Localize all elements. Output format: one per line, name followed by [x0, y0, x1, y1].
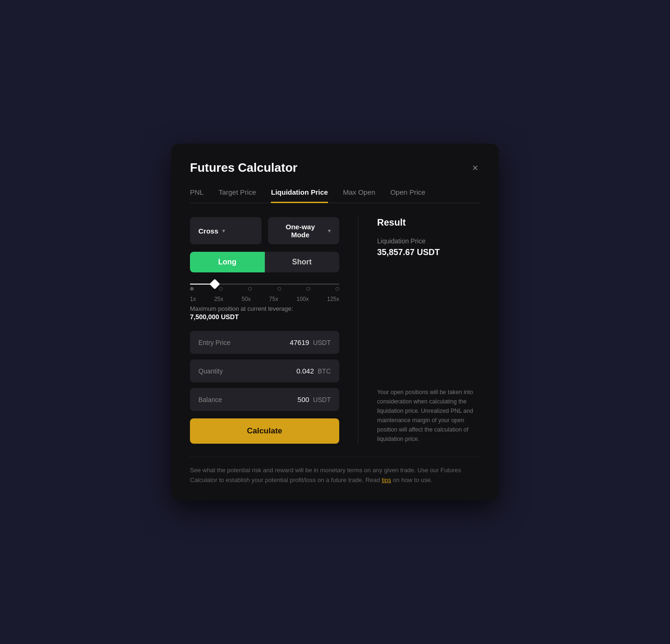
- long-button[interactable]: Long: [190, 252, 265, 272]
- leverage-section: 1x 25x 50x 75x 100x 125x Maximum positio…: [190, 284, 339, 321]
- leverage-dot-25x: [219, 287, 223, 291]
- result-row: Liquidation Price 35,857.67 USDT: [377, 237, 480, 257]
- tab-liquidation-price[interactable]: Liquidation Price: [271, 188, 328, 203]
- result-note: Your open positions will be taken into c…: [377, 388, 480, 444]
- tips-link[interactable]: tips: [382, 476, 391, 483]
- leverage-slider-wrap: [190, 284, 339, 291]
- quantity-unit: BTC: [318, 367, 331, 375]
- quantity-label: Quantity: [198, 367, 223, 375]
- chevron-down-icon: ▾: [328, 228, 331, 234]
- tab-target-price[interactable]: Target Price: [218, 188, 256, 203]
- balance-unit: USDT: [313, 396, 331, 403]
- tab-bar: PNL Target Price Liquidation Price Max O…: [190, 188, 480, 203]
- liquidation-price-value: 35,857.67 USDT: [377, 248, 480, 257]
- right-panel: Result Liquidation Price 35,857.67 USDT …: [377, 217, 480, 444]
- entry-price-value-row: USDT: [272, 338, 331, 346]
- max-position-label: Maximum position at current leverage:: [190, 305, 339, 312]
- vertical-divider: [358, 217, 358, 444]
- leverage-track: [190, 284, 339, 285]
- max-position-value: 7,500,000 USDT: [190, 313, 339, 321]
- close-button[interactable]: ×: [470, 161, 480, 175]
- result-title: Result: [377, 217, 480, 228]
- entry-price-label: Entry Price: [198, 339, 230, 346]
- modal-title: Futures Calculator: [190, 161, 298, 175]
- entry-price-field: Entry Price USDT: [190, 331, 339, 354]
- leverage-dot-50x: [248, 287, 252, 291]
- dropdowns-row: Cross ▾ One-way Mode ▾: [190, 217, 339, 244]
- balance-label: Balance: [198, 396, 222, 403]
- position-mode-dropdown[interactable]: One-way Mode ▾: [268, 217, 340, 244]
- futures-calculator-modal: Futures Calculator × PNL Target Price Li…: [171, 144, 499, 500]
- leverage-dot-1x: [190, 287, 194, 291]
- footer-text: See what the potential risk and reward w…: [190, 457, 480, 485]
- tab-max-open[interactable]: Max Open: [343, 188, 375, 203]
- entry-price-unit: USDT: [313, 339, 331, 346]
- short-button[interactable]: Short: [265, 252, 340, 272]
- tab-pnl[interactable]: PNL: [190, 188, 204, 203]
- tab-open-price[interactable]: Open Price: [390, 188, 425, 203]
- quantity-value-row: BTC: [277, 367, 331, 375]
- quantity-field: Quantity BTC: [190, 359, 339, 382]
- content-area: Cross ▾ One-way Mode ▾ Long Short: [190, 217, 480, 444]
- balance-field: Balance USDT: [190, 388, 339, 411]
- leverage-dots: [190, 287, 339, 291]
- leverage-labels: 1x 25x 50x 75x 100x 125x: [190, 296, 339, 302]
- entry-price-input[interactable]: [272, 338, 309, 346]
- leverage-dot-125x: [335, 287, 339, 291]
- modal-header: Futures Calculator ×: [190, 161, 480, 175]
- balance-value-row: USDT: [272, 395, 331, 403]
- left-panel: Cross ▾ One-way Mode ▾ Long Short: [190, 217, 339, 444]
- liquidation-price-label: Liquidation Price: [377, 237, 480, 245]
- long-short-toggle: Long Short: [190, 252, 339, 272]
- margin-mode-dropdown[interactable]: Cross ▾: [190, 217, 262, 244]
- leverage-dot-75x: [277, 287, 281, 291]
- calculate-button[interactable]: Calculate: [190, 418, 339, 444]
- leverage-dot-100x: [306, 287, 310, 291]
- quantity-input[interactable]: [277, 367, 314, 375]
- balance-input[interactable]: [272, 395, 309, 403]
- chevron-down-icon: ▾: [222, 228, 225, 234]
